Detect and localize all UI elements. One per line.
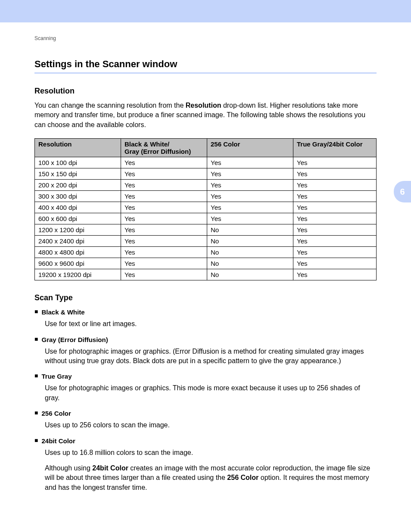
table-cell: Yes: [293, 180, 377, 191]
list-item-label: Gray (Error Diffusion): [41, 335, 108, 344]
bullet-icon: ■: [34, 372, 38, 380]
table-row: 400 x 400 dpiYesYesYes: [35, 202, 377, 213]
scan-type-heading: Scan Type: [34, 293, 377, 302]
list-item-body: Use for photographic images or graphics.…: [45, 383, 377, 403]
list-item-body: Uses up to 256 colors to scan the image.: [45, 420, 377, 430]
list-item-label: Black & White: [41, 308, 84, 317]
th-truegray: True Gray/24bit Color: [293, 139, 377, 157]
list-item-body: Uses up to 16.8 million colors to scan t…: [45, 448, 377, 457]
table-cell: Yes: [293, 236, 377, 247]
bold-text: Resolution: [186, 102, 221, 109]
table-cell: Yes: [121, 180, 207, 191]
text: Although using: [45, 464, 92, 472]
table-cell: 2400 x 2400 dpi: [35, 236, 121, 247]
table-header-row: Resolution Black & White/Gray (Error Dif…: [35, 139, 377, 157]
table-row: 9600 x 9600 dpiYesNoYes: [35, 258, 377, 269]
table-cell: 150 x 150 dpi: [35, 168, 121, 180]
table-row: 2400 x 2400 dpiYesNoYes: [35, 236, 377, 247]
table-cell: 9600 x 9600 dpi: [35, 258, 121, 269]
list-item-label: True Gray: [41, 372, 72, 381]
table-row: 150 x 150 dpiYesYesYes: [35, 168, 377, 180]
resolution-heading: Resolution: [34, 87, 377, 96]
bullet-icon: ■: [34, 409, 38, 417]
table-cell: 300 x 300 dpi: [35, 191, 121, 202]
table-row: 300 x 300 dpiYesYesYes: [35, 191, 377, 202]
resolution-table: Resolution Black & White/Gray (Error Dif…: [34, 138, 377, 280]
table-cell: Yes: [293, 213, 377, 224]
table-row: 100 x 100 dpiYesYesYes: [35, 157, 377, 168]
list-item-body: Use for photographic images or graphics.…: [45, 347, 377, 366]
table-row: 19200 x 19200 dpiYesNoYes: [35, 269, 377, 280]
table-cell: 19200 x 19200 dpi: [35, 269, 121, 280]
list-item: ■True Gray: [34, 372, 377, 381]
table-cell: Yes: [207, 202, 293, 213]
table-cell: Yes: [121, 168, 207, 180]
table-cell: No: [207, 247, 293, 258]
bold-text: 256 Color: [227, 474, 258, 481]
table-cell: Yes: [293, 258, 377, 269]
bullet-icon: ■: [34, 308, 38, 316]
table-cell: Yes: [121, 258, 207, 269]
table-row: 600 x 600 dpiYesYesYes: [35, 213, 377, 224]
table-row: 4800 x 4800 dpiYesNoYes: [35, 247, 377, 258]
list-item-label: 256 Color: [41, 409, 71, 418]
section-tab: 6: [394, 181, 411, 202]
list-item: ■256 Color: [34, 409, 377, 418]
table-cell: 1200 x 1200 dpi: [35, 224, 121, 236]
table-cell: 4800 x 4800 dpi: [35, 247, 121, 258]
bullet-icon: ■: [34, 436, 38, 445]
list-item: ■Black & White: [34, 308, 377, 317]
table-cell: Yes: [293, 247, 377, 258]
bullet-icon: ■: [34, 335, 38, 344]
table-cell: Yes: [207, 191, 293, 202]
list-item-body: Use for text or line art images.: [45, 319, 377, 329]
table-cell: 400 x 400 dpi: [35, 202, 121, 213]
table-cell: Yes: [293, 191, 377, 202]
text: You can change the scanning resolution f…: [34, 102, 186, 109]
breadcrumb: Scanning: [34, 35, 377, 41]
table-cell: Yes: [121, 236, 207, 247]
table-cell: Yes: [121, 202, 207, 213]
table-cell: No: [207, 224, 293, 236]
table-cell: Yes: [293, 224, 377, 236]
list-item: ■Gray (Error Diffusion): [34, 335, 377, 344]
table-cell: Yes: [121, 157, 207, 168]
table-cell: Yes: [121, 247, 207, 258]
table-cell: Yes: [293, 269, 377, 280]
table-row: 200 x 200 dpiYesYesYes: [35, 180, 377, 191]
table-row: 1200 x 1200 dpiYesNoYes: [35, 224, 377, 236]
table-cell: No: [207, 258, 293, 269]
th-bw: Black & White/Gray (Error Diffusion): [121, 139, 207, 157]
table-cell: No: [207, 236, 293, 247]
list-item: ■24bit Color: [34, 436, 377, 445]
table-cell: Yes: [207, 180, 293, 191]
table-cell: 600 x 600 dpi: [35, 213, 121, 224]
table-cell: Yes: [121, 224, 207, 236]
table-cell: Yes: [121, 269, 207, 280]
resolution-body: You can change the scanning resolution f…: [34, 101, 377, 130]
th-resolution: Resolution: [35, 139, 121, 157]
list-item-body: Although using 24bit Color creates an im…: [45, 464, 377, 492]
table-cell: Yes: [207, 168, 293, 180]
table-cell: Yes: [207, 157, 293, 168]
page-title: Settings in the Scanner window: [34, 59, 377, 74]
th-256: 256 Color: [207, 139, 293, 157]
table-cell: Yes: [121, 213, 207, 224]
list-item-label: 24bit Color: [41, 436, 75, 445]
top-bar: [0, 0, 411, 22]
page-content: Scanning Settings in the Scanner window …: [0, 22, 411, 516]
bold-text: 24bit Color: [92, 464, 128, 472]
table-cell: Yes: [293, 168, 377, 180]
table-cell: 100 x 100 dpi: [35, 157, 121, 168]
table-cell: Yes: [293, 157, 377, 168]
table-cell: Yes: [207, 213, 293, 224]
table-cell: 200 x 200 dpi: [35, 180, 121, 191]
table-cell: Yes: [293, 202, 377, 213]
table-cell: Yes: [121, 191, 207, 202]
table-cell: No: [207, 269, 293, 280]
scan-type-list: ■Black & WhiteUse for text or line art i…: [34, 308, 377, 492]
